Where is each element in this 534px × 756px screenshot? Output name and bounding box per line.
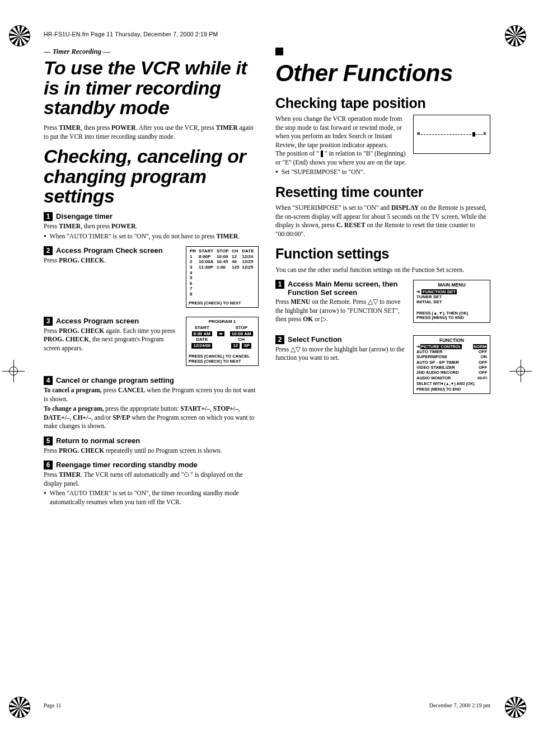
step-number: 2 xyxy=(44,246,53,255)
tape-position-indicator: B E xyxy=(413,115,490,154)
step-6: 6 Reengage timer recording standby mode xyxy=(44,461,259,469)
step-number: 2 xyxy=(275,335,284,344)
heading-standby: To use the VCR while it is in timer reco… xyxy=(44,58,259,118)
step-title: Access Program Check screen xyxy=(56,246,163,255)
paragraph: To cancel a program, press CANCEL when t… xyxy=(44,386,259,403)
paragraph: Press PROG. CHECK repeatedly until no Pr… xyxy=(44,447,259,456)
page-number: Page 11 xyxy=(44,702,62,708)
program-screen: PROGRAM 1 STARTSTOP 8:00 AM➡10:00 AM DAT… xyxy=(186,317,259,366)
step-title: Access Program screen xyxy=(56,317,139,325)
footer-timestamp: December 7, 2000 2:19 pm xyxy=(429,702,490,708)
step-2: 2 Access Program Check screen xyxy=(44,246,181,255)
registration-mark xyxy=(9,25,29,45)
page-footer: Page 11 December 7, 2000 2:19 pm xyxy=(44,702,490,708)
step-title: Select Function xyxy=(288,335,342,344)
step-number: 1 xyxy=(275,280,284,289)
chapter-marker-icon xyxy=(275,48,283,55)
page: HR-FS1U-EN.fm Page 11 Thursday, December… xyxy=(0,0,534,742)
paragraph: Press TIMER, then press POWER. After you… xyxy=(44,124,259,141)
step-number: 6 xyxy=(44,461,53,469)
main-menu-screen: MAIN MENU ➔FUNCTION SET TUNER SET INITIA… xyxy=(413,280,490,323)
heading-function-settings: Function settings xyxy=(275,246,490,261)
arrow-right-icon: ➔ xyxy=(416,289,420,294)
step-1: 1 Disengage timer xyxy=(44,212,259,221)
step-number: 4 xyxy=(44,376,53,385)
bullet: When "AUTO TIMER" is set to "ON", you do… xyxy=(44,232,259,241)
step-fs-1: 1 Access Main Menu screen, then Function… xyxy=(275,280,409,297)
paragraph: Press TIMER. The VCR turns off automatic… xyxy=(44,471,259,488)
step-title: Disengage timer xyxy=(56,212,113,220)
step-3: 3 Access Program screen xyxy=(44,317,181,326)
registration-mark xyxy=(505,25,525,45)
step-title: Cancel or change program setting xyxy=(56,376,174,384)
chapter-title: Other Functions xyxy=(275,61,490,86)
running-header: HR-FS1U-EN.fm Page 11 Thursday, December… xyxy=(44,31,490,37)
right-column: Other Functions Checking tape position B… xyxy=(275,48,490,506)
paragraph: You can use the other useful function se… xyxy=(275,266,490,275)
step-4: 4 Cancel or change program setting xyxy=(44,376,259,385)
section-tag: — Timer Recording — xyxy=(44,48,259,56)
paragraph: When "SUPERIMPOSE" is set to "ON" and DI… xyxy=(275,204,490,238)
program-check-screen: PRSTARTSTOPCHDATE 18:00P10:001212/24 210… xyxy=(186,246,259,307)
step-number: 5 xyxy=(44,436,53,445)
heading-reset-counter: Resetting time counter xyxy=(275,185,490,199)
paragraph: Press TIMER, then press POWER. xyxy=(44,222,259,231)
step-title: Reengage timer recording standby mode xyxy=(56,461,198,469)
crop-cross xyxy=(2,360,25,382)
heading-tape-position: Checking tape position xyxy=(275,96,490,110)
heading-check-cancel: Checking, canceling or changing program … xyxy=(44,147,259,206)
step-number: 3 xyxy=(44,317,53,326)
paragraph: To change a program, press the appropria… xyxy=(44,405,259,431)
tape-marker-icon xyxy=(472,132,475,137)
step-fs-2: 2 Select Function xyxy=(275,335,409,344)
step-number: 1 xyxy=(44,212,53,221)
step-title: Access Main Menu screen, then Function S… xyxy=(288,280,409,297)
crop-cross xyxy=(509,360,532,382)
step-title: Return to normal screen xyxy=(56,436,140,445)
bullet: When "AUTO TIMER" is set to "ON", the ti… xyxy=(44,489,259,506)
bullet: Set "SUPERIMPOSE" to "ON". xyxy=(275,168,490,177)
registration-mark xyxy=(505,697,525,717)
function-screen: FUNCTION ➔PICTURE CONTROLNORM AUTO TIMER… xyxy=(413,335,490,394)
step-5: 5 Return to normal screen xyxy=(44,436,259,445)
left-column: — Timer Recording — To use the VCR while… xyxy=(44,48,259,506)
registration-mark xyxy=(9,697,29,717)
